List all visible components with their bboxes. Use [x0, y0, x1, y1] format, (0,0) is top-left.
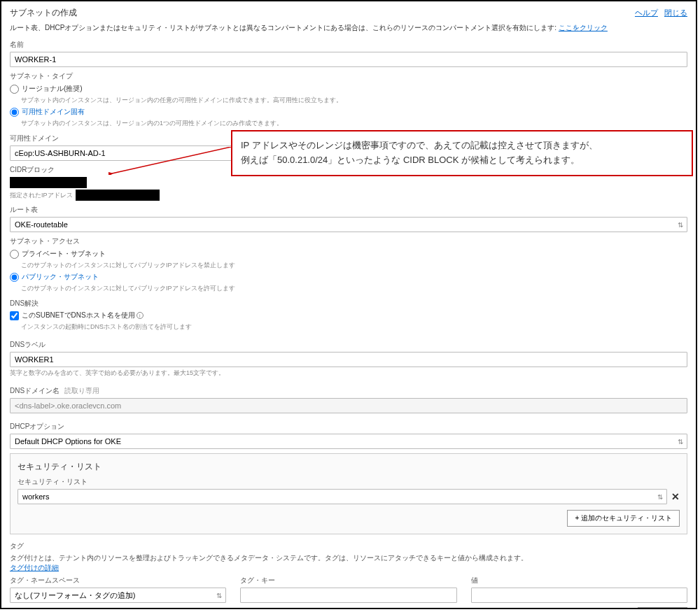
- security-list-select[interactable]: [18, 489, 667, 504]
- dns-domain-readonly-badge: 読取り専用: [64, 387, 99, 394]
- dns-hostname-label: このSUBNETでDNSホスト名を使用: [22, 311, 135, 320]
- subnet-type-ad-radio[interactable]: [10, 108, 19, 117]
- intro-text: ルート表、DHCPオプションまたはセキュリティ・リストがサブネットとは異なるコン…: [10, 23, 687, 33]
- enable-compartment-link[interactable]: ここをクリック: [559, 24, 608, 31]
- dhcp-label: DHCPオプション: [10, 418, 687, 432]
- subnet-type-regional-desc: サブネット内のインスタンスは、リージョン内の任意の可用性ドメインに作成できます。…: [21, 96, 687, 105]
- dns-domain-input: [10, 398, 687, 413]
- security-list-title: セキュリティ・リスト: [18, 461, 680, 473]
- dns-hostname-desc: インスタンスの起動時にDNSホスト名の割当てを許可します: [21, 322, 687, 332]
- dhcp-select[interactable]: [10, 434, 687, 449]
- page-title: サブネットの作成: [10, 7, 77, 19]
- security-list-label: セキュリティ・リスト: [18, 477, 680, 487]
- public-subnet-label: パブリック・サブネット: [22, 272, 99, 282]
- tag-section-label: タグ: [10, 541, 687, 551]
- remove-security-list-button[interactable]: ✕: [671, 491, 680, 502]
- info-icon[interactable]: i: [136, 312, 144, 319]
- tag-value-input[interactable]: [471, 588, 687, 603]
- name-input[interactable]: [10, 52, 687, 67]
- subnet-access-label: サブネット・アクセス: [10, 236, 687, 246]
- add-tag-button[interactable]: + 追加タグ: [638, 607, 687, 609]
- subnet-type-regional-label: リージョナル(推奨): [22, 84, 83, 94]
- tag-details-link[interactable]: タグ付けの詳細: [10, 564, 59, 571]
- public-subnet-desc: このサブネットのインスタンスに対してパブリックIPアドレスを許可します: [21, 284, 687, 293]
- name-label: 名前: [10, 40, 687, 50]
- subnet-type-ad-desc: サブネット内のインスタンスは、リージョン内の1つの可用性ドメインにのみ作成できま…: [21, 119, 687, 128]
- private-subnet-radio[interactable]: [10, 250, 19, 259]
- dns-resolution-label: DNS解決: [10, 299, 687, 308]
- cidr-redacted: [10, 177, 87, 188]
- subnet-type-ad-label: 可用性ドメイン固有: [22, 107, 85, 117]
- public-subnet-radio[interactable]: [10, 273, 19, 282]
- dns-label-input[interactable]: [10, 352, 687, 367]
- private-subnet-label: プライベート・サブネット: [22, 249, 106, 259]
- dns-label-label: DNSラベル: [10, 336, 687, 350]
- dns-domain-label: DNSドメイン名: [10, 387, 59, 394]
- tag-desc: タグ付けとは、テナント内のリソースを整理およびトラッキングできるメタデータ・シス…: [10, 553, 687, 563]
- subnet-type-regional-radio[interactable]: [10, 85, 19, 94]
- help-link[interactable]: ヘルプ: [635, 8, 658, 17]
- dns-hostname-checkbox[interactable]: [10, 311, 19, 320]
- tag-key-input[interactable]: [240, 588, 456, 603]
- route-table-label: ルート表: [10, 205, 687, 215]
- close-link[interactable]: 閉じる: [664, 8, 687, 17]
- fixed-ip-label: 指定されたIPアドレス: [10, 191, 73, 200]
- fixed-ip-redacted: [76, 190, 160, 201]
- cidr-callout: IP アドレスやそのレンジは機密事項ですので、あえての記載は控えさせて頂きますが…: [231, 130, 693, 176]
- tag-namespace-select[interactable]: [10, 588, 226, 603]
- tag-value-label: 値: [471, 576, 687, 585]
- route-table-select[interactable]: [10, 217, 687, 232]
- tag-namespace-label: タグ・ネームスペース: [10, 576, 226, 585]
- dns-label-help: 英字と数字のみを含めて、英字で始める必要があります。最大15文字です。: [10, 369, 687, 378]
- tag-key-label: タグ・キー: [240, 576, 456, 585]
- add-security-list-button[interactable]: + 追加のセキュリティ・リスト: [567, 510, 680, 527]
- private-subnet-desc: このサブネットのインスタンスに対してパブリックIPアドレスを禁止します: [21, 261, 687, 270]
- subnet-type-label: サブネット・タイプ: [10, 71, 687, 81]
